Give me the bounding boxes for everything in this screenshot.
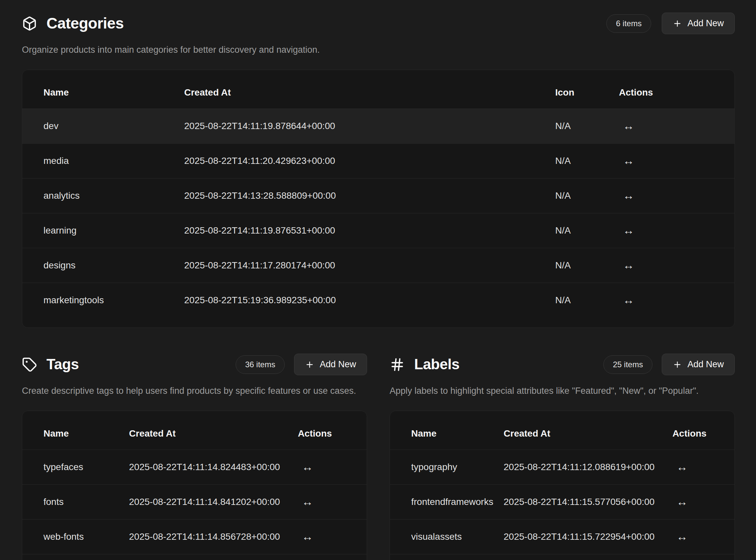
col-header-name: Name [22, 417, 129, 450]
label-created-cell: 2025-08-22T14:11:15.722954+00:00 [504, 520, 673, 554]
col-header-icon: Icon [555, 76, 619, 109]
label-actions-cell: ↔ [672, 485, 734, 520]
label-name-cell: typography [390, 450, 504, 485]
col-header-created-at: Created At [504, 417, 673, 450]
table-row[interactable]: fonts 2025-08-22T14:11:14.841202+00:00 ↔ [22, 485, 367, 520]
category-name-cell: analytics [22, 179, 184, 213]
labels-add-new-button[interactable]: Add New [662, 354, 735, 375]
category-icon-cell: N/A [555, 283, 619, 318]
hash-icon [390, 357, 405, 372]
col-header-actions: Actions [298, 417, 367, 450]
tags-table: Name Created At Actions typefaces 2025-0… [22, 417, 367, 560]
actions-arrow-icon[interactable]: ↔ [623, 155, 634, 166]
tags-header-actions: 36 items Add New [236, 354, 367, 375]
label-created-cell: 2025-08-22T14:11:15.577056+00:00 [504, 485, 673, 520]
categories-count-badge: 6 items [606, 14, 651, 33]
tags-card: Name Created At Actions typefaces 2025-0… [22, 411, 367, 560]
plus-icon [305, 360, 314, 369]
plus-icon [673, 360, 682, 369]
categories-table: Name Created At Icon Actions dev 2025-08… [22, 76, 734, 318]
categories-card: Name Created At Icon Actions dev 2025-08… [22, 70, 735, 328]
tags-section: Tags 36 items Add New Create descriptive… [22, 354, 367, 560]
tag-name-cell: fonts [22, 485, 129, 520]
table-row[interactable]: learning 2025-08-22T14:11:19.876531+00:0… [22, 213, 734, 248]
tags-add-new-button[interactable]: Add New [294, 354, 367, 375]
actions-arrow-icon[interactable]: ↔ [676, 461, 688, 473]
tag-name-cell: web-fonts [22, 520, 129, 554]
col-header-created-at: Created At [184, 76, 555, 109]
category-actions-cell: ↔ [619, 283, 734, 318]
category-name-cell: designs [22, 248, 184, 283]
category-name-cell: dev [22, 109, 184, 144]
category-created-cell: 2025-08-22T14:11:20.429623+00:00 [184, 144, 555, 179]
labels-section: Labels 25 items Add New Apply labels to … [390, 354, 735, 560]
category-icon-cell: N/A [555, 109, 619, 144]
table-row[interactable]: typography 2025-08-22T14:11:12.088619+00… [390, 450, 734, 485]
actions-arrow-icon[interactable]: ↔ [676, 531, 688, 542]
category-created-cell: 2025-08-22T14:11:19.876531+00:00 [184, 213, 555, 248]
table-row[interactable]: marketingtools 2025-08-22T15:19:36.98923… [22, 283, 734, 318]
page: Categories 6 items Add New Organize prod… [0, 0, 756, 560]
table-row[interactable]: media 2025-08-22T14:11:20.429623+00:00 N… [22, 144, 734, 179]
table-row[interactable]: utilityai 2025-08-22T14:11:15.545612+00:… [390, 554, 734, 560]
category-actions-cell: ↔ [619, 248, 734, 283]
labels-count-badge: 25 items [603, 355, 653, 374]
label-created-cell: 2025-08-22T14:11:12.088619+00:00 [504, 450, 673, 485]
actions-arrow-icon[interactable]: ↔ [623, 294, 634, 305]
add-new-label: Add New [687, 18, 724, 28]
labels-table: Name Created At Actions typography 2025-… [390, 417, 734, 560]
actions-arrow-icon[interactable]: ↔ [302, 496, 313, 507]
table-row[interactable]: analytics 2025-08-22T14:13:28.588809+00:… [22, 179, 734, 213]
table-row[interactable]: serif-fonts 2025-08-22T14:11:14.873283+0… [22, 554, 367, 560]
labels-description: Apply labels to highlight special attrib… [390, 385, 735, 397]
categories-add-new-button[interactable]: Add New [662, 13, 735, 34]
label-actions-cell: ↔ [672, 520, 734, 554]
category-name-cell: marketingtools [22, 283, 184, 318]
categories-header-actions: 6 items Add New [606, 13, 735, 34]
table-row[interactable]: typefaces 2025-08-22T14:11:14.824483+00:… [22, 450, 367, 485]
labels-header: Labels 25 items Add New [390, 354, 735, 375]
tag-icon [22, 357, 37, 372]
tags-description: Create descriptive tags to help users fi… [22, 385, 367, 397]
table-row[interactable]: visualassets 2025-08-22T14:11:15.722954+… [390, 520, 734, 554]
actions-arrow-icon[interactable]: ↔ [302, 531, 313, 542]
categories-section: Categories 6 items Add New Organize prod… [22, 13, 735, 328]
category-name-cell: media [22, 144, 184, 179]
actions-arrow-icon[interactable]: ↔ [623, 225, 634, 236]
category-created-cell: 2025-08-22T14:11:17.280174+00:00 [184, 248, 555, 283]
tag-actions-cell: ↔ [298, 520, 367, 554]
category-created-cell: 2025-08-22T14:11:19.878644+00:00 [184, 109, 555, 144]
actions-arrow-icon[interactable]: ↔ [623, 259, 634, 271]
labels-card: Name Created At Actions typography 2025-… [390, 411, 735, 560]
actions-arrow-icon[interactable]: ↔ [302, 461, 313, 473]
tag-created-cell: 2025-08-22T14:11:14.824483+00:00 [129, 450, 298, 485]
actions-arrow-icon[interactable]: ↔ [623, 190, 634, 201]
label-name-cell: frontendframeworks [390, 485, 504, 520]
tag-name-cell: typefaces [22, 450, 129, 485]
category-name-cell: learning [22, 213, 184, 248]
col-header-name: Name [22, 76, 184, 109]
actions-arrow-icon[interactable]: ↔ [623, 120, 634, 132]
box-icon [22, 16, 37, 31]
tags-table-header-row: Name Created At Actions [22, 417, 367, 450]
category-icon-cell: N/A [555, 179, 619, 213]
category-created-cell: 2025-08-22T15:19:36.989235+00:00 [184, 283, 555, 318]
category-actions-cell: ↔ [619, 179, 734, 213]
table-row[interactable]: dev 2025-08-22T14:11:19.878644+00:00 N/A… [22, 109, 734, 144]
plus-icon [673, 19, 682, 28]
label-name-cell: visualassets [390, 520, 504, 554]
categories-table-header-row: Name Created At Icon Actions [22, 76, 734, 109]
table-row[interactable]: frontendframeworks 2025-08-22T14:11:15.5… [390, 485, 734, 520]
tag-actions-cell: ↔ [298, 485, 367, 520]
categories-description: Organize products into main categories f… [22, 44, 735, 56]
table-row[interactable]: web-fonts 2025-08-22T14:11:14.856728+00:… [22, 520, 367, 554]
category-created-cell: 2025-08-22T14:13:28.588809+00:00 [184, 179, 555, 213]
category-icon-cell: N/A [555, 213, 619, 248]
actions-arrow-icon[interactable]: ↔ [676, 496, 688, 507]
label-actions-cell: ↔ [672, 450, 734, 485]
label-actions-cell: ↔ [672, 554, 734, 560]
tag-actions-cell: ↔ [298, 450, 367, 485]
table-row[interactable]: designs 2025-08-22T14:11:17.280174+00:00… [22, 248, 734, 283]
col-header-name: Name [390, 417, 504, 450]
label-created-cell: 2025-08-22T14:11:15.545612+00:00 [504, 554, 673, 560]
